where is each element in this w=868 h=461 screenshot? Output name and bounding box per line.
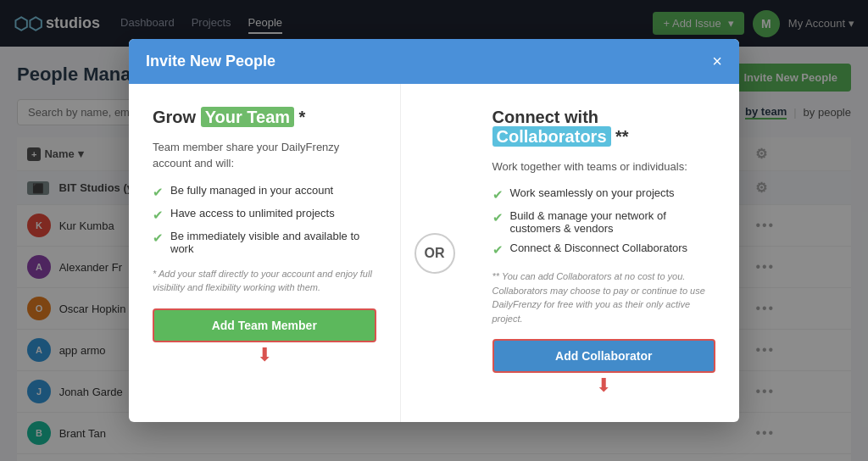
left-panel-footnote: * Add your staff directly to your accoun…	[153, 267, 376, 295]
left-panel-highlight: Your Team	[201, 107, 294, 127]
right-panel-title: Connect with Collaborators **	[492, 108, 716, 147]
right-feature-1: ✔ Work seamlessly on your projects	[492, 186, 716, 203]
check-icon-1: ✔	[153, 185, 164, 200]
invite-modal: Invite New People × Grow Your Team * Tea…	[129, 39, 739, 423]
left-arrow-indicator: ⬇	[257, 344, 272, 366]
right-arrow-indicator: ⬇	[596, 375, 611, 397]
left-panel-features: ✔ Be fully managed in your account ✔ Hav…	[153, 184, 376, 255]
modal-title: Invite New People	[146, 53, 275, 70]
right-panel-footnote: ** You can add Collaborators at no cost …	[492, 269, 716, 325]
modal-overlay[interactable]: Invite New People × Grow Your Team * Tea…	[0, 0, 868, 461]
right-panel-desc: Work together with teams or individuals:	[492, 158, 716, 175]
right-feature-3: ✔ Connect & Disconnect Collaborators	[492, 242, 716, 258]
left-panel: Grow Your Team * Team member share your …	[129, 84, 401, 423]
or-divider: OR	[401, 84, 469, 423]
check-icon-r3: ✔	[492, 242, 504, 258]
modal-close-button[interactable]: ×	[712, 53, 722, 69]
right-btn-wrapper: Add Collaborator ⬇	[492, 339, 716, 373]
modal-body: Grow Your Team * Team member share your …	[129, 84, 739, 423]
check-icon-2: ✔	[153, 208, 164, 223]
right-panel-features: ✔ Work seamlessly on your projects ✔ Bui…	[492, 186, 716, 258]
right-panel: Connect with Collaborators ** Work toget…	[469, 84, 740, 423]
left-panel-desc: Team member share your DailyFrenzy accou…	[153, 139, 376, 172]
add-team-member-button[interactable]: Add Team Member	[153, 308, 376, 342]
check-icon-r2: ✔	[492, 210, 504, 225]
left-panel-title: Grow Your Team *	[153, 108, 376, 127]
check-icon-3: ✔	[153, 230, 164, 246]
left-btn-wrapper: Add Team Member ⬇	[153, 308, 376, 342]
or-circle: OR	[415, 233, 455, 274]
add-collaborator-button[interactable]: Add Collaborator	[492, 339, 716, 373]
left-feature-3: ✔ Be immediately visible and available t…	[153, 230, 376, 255]
right-feature-2: ✔ Build & manage your network of custome…	[492, 209, 716, 235]
modal-header: Invite New People ×	[129, 39, 739, 84]
right-panel-highlight: Collaborators	[492, 126, 611, 147]
left-feature-2: ✔ Have access to unlimited projects	[153, 207, 376, 223]
left-feature-1: ✔ Be fully managed in your account	[153, 184, 376, 200]
check-icon-r1: ✔	[492, 187, 504, 203]
